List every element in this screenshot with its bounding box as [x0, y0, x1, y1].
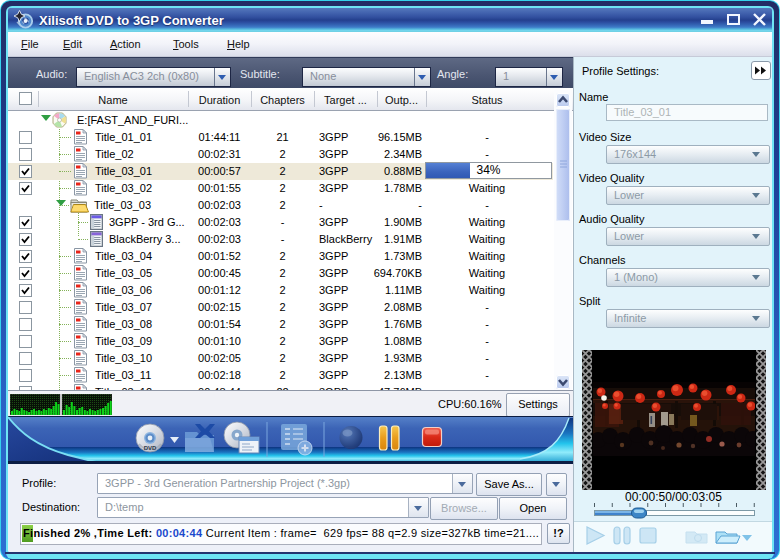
svg-text:DVD: DVD	[144, 445, 157, 451]
